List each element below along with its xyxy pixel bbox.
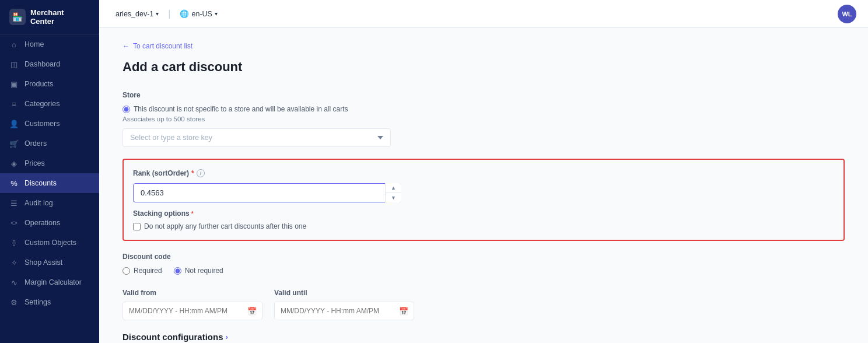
sidebar-item-categories[interactable]: ≡ Categories bbox=[0, 94, 99, 114]
sidebar-item-label: Custom Objects bbox=[24, 239, 76, 247]
sidebar-item-label: Categories bbox=[24, 100, 60, 108]
sidebar-item-label: Customers bbox=[24, 120, 60, 128]
sidebar-item-shop-assist[interactable]: ✧ Shop Assist bbox=[0, 253, 99, 272]
sidebar-item-label: Products bbox=[24, 80, 53, 88]
valid-from-input-wrapper: 📅 bbox=[123, 302, 262, 320]
sidebar-item-operations[interactable]: <> Operations bbox=[0, 213, 99, 233]
operations-icon: <> bbox=[9, 218, 19, 228]
rank-info-icon[interactable]: i bbox=[197, 169, 205, 177]
dashboard-icon: ◫ bbox=[9, 60, 19, 69]
locale-label: en-US bbox=[191, 10, 212, 18]
sidebar-item-home[interactable]: ⌂ Home bbox=[0, 34, 99, 54]
rank-decrement-button[interactable]: ▼ bbox=[386, 193, 401, 202]
shop-assist-icon: ✧ bbox=[9, 258, 19, 267]
stacking-required-marker: * bbox=[191, 211, 194, 217]
discount-code-not-required-option[interactable]: Not required bbox=[174, 267, 223, 275]
content-area: ← To cart discount list Add a cart disco… bbox=[99, 28, 868, 343]
discount-code-required-option[interactable]: Required bbox=[123, 267, 162, 275]
rank-spinners: ▲ ▼ bbox=[385, 183, 401, 202]
valid-until-input-wrapper: 📅 bbox=[274, 302, 414, 320]
globe-icon: 🌐 bbox=[180, 9, 189, 18]
stacking-checkbox[interactable] bbox=[133, 223, 141, 230]
main-area: aries_dev-1 ▾ | 🌐 en-US ▾ WL ← To cart d… bbox=[99, 0, 868, 343]
store-radio-input[interactable] bbox=[123, 106, 130, 113]
sidebar-item-label: Dashboard bbox=[24, 60, 60, 68]
topbar-left: aries_dev-1 ▾ | 🌐 en-US ▾ bbox=[111, 7, 222, 20]
sidebar-item-label: Prices bbox=[24, 159, 45, 167]
project-selector[interactable]: aries_dev-1 ▾ bbox=[111, 8, 163, 20]
store-label: Store bbox=[123, 91, 845, 99]
prices-icon: ◈ bbox=[9, 159, 19, 168]
discount-configurations-title: Discount configurations › bbox=[123, 332, 845, 342]
page-title: Add a cart discount bbox=[123, 60, 845, 75]
valid-until-input[interactable] bbox=[274, 302, 414, 320]
discounts-icon: % bbox=[9, 178, 19, 188]
sidebar-item-audit-log[interactable]: ☰ Audit log bbox=[0, 193, 99, 213]
locale-chevron-icon: ▾ bbox=[215, 10, 218, 17]
sidebar-item-products[interactable]: ▣ Products bbox=[0, 74, 99, 94]
store-select-wrapper: Select or type a store key bbox=[123, 128, 391, 147]
discount-code-options: Required Not required bbox=[123, 267, 845, 277]
store-section: Store This discount is not specific to a… bbox=[123, 91, 845, 147]
sidebar-item-label: Discounts bbox=[24, 179, 57, 187]
discount-code-required-radio[interactable] bbox=[123, 267, 130, 275]
audit-log-icon: ☰ bbox=[9, 198, 19, 208]
rank-required-marker: * bbox=[191, 169, 194, 177]
project-name: aries_dev-1 bbox=[116, 10, 153, 18]
sidebar-item-discounts[interactable]: % Discounts bbox=[0, 173, 99, 193]
sidebar-item-margin-calculator[interactable]: ∿ Margin Calculator bbox=[0, 272, 99, 292]
store-sublabel: Associates up to 500 stores bbox=[123, 116, 845, 123]
discount-code-required-label: Required bbox=[134, 267, 162, 275]
sidebar-item-label: Home bbox=[24, 40, 44, 48]
sidebar-logo-label: Merchant Center bbox=[30, 8, 90, 26]
stacking-checkbox-option[interactable]: Do not apply any further cart discounts … bbox=[133, 222, 834, 230]
discount-configurations-arrow-icon: › bbox=[226, 332, 228, 341]
sidebar-item-custom-objects[interactable]: {} Custom Objects bbox=[0, 233, 99, 253]
valid-from-input[interactable] bbox=[123, 302, 262, 320]
discount-code-label: Discount code bbox=[123, 253, 845, 261]
customers-icon: 👤 bbox=[9, 119, 19, 128]
rank-input[interactable] bbox=[133, 183, 401, 202]
orders-icon: 🛒 bbox=[9, 139, 19, 148]
sidebar-item-settings[interactable]: ⚙ Settings bbox=[0, 292, 99, 312]
breadcrumb-arrow-icon: ← bbox=[123, 42, 130, 50]
store-radio-all-carts[interactable]: This discount is not specific to a store… bbox=[123, 105, 845, 113]
sidebar-item-orders[interactable]: 🛒 Orders bbox=[0, 134, 99, 153]
products-icon: ▣ bbox=[9, 79, 19, 89]
rank-label: Rank (sortOrder) * i bbox=[133, 169, 834, 177]
locale-selector[interactable]: 🌐 en-US ▾ bbox=[175, 7, 222, 20]
categories-icon: ≡ bbox=[9, 99, 19, 108]
discount-code-not-required-label: Not required bbox=[185, 267, 223, 275]
topbar-divider: | bbox=[168, 9, 170, 19]
sidebar-item-customers[interactable]: 👤 Customers bbox=[0, 114, 99, 134]
discount-code-not-required-radio[interactable] bbox=[174, 267, 181, 275]
sidebar-item-label: Audit log bbox=[24, 199, 53, 207]
discount-code-section: Discount code Required Not required bbox=[123, 253, 845, 277]
store-select[interactable]: Select or type a store key bbox=[123, 128, 391, 147]
topbar: aries_dev-1 ▾ | 🌐 en-US ▾ WL bbox=[99, 0, 868, 28]
sidebar-item-label: Operations bbox=[24, 219, 60, 227]
rank-input-wrapper: ▲ ▼ bbox=[133, 183, 401, 202]
sidebar-logo[interactable]: 🏪 Merchant Center bbox=[0, 0, 99, 34]
rank-section: Rank (sortOrder) * i ▲ ▼ Stacking option… bbox=[123, 159, 845, 241]
settings-icon: ⚙ bbox=[9, 298, 19, 307]
sidebar-item-label: Settings bbox=[24, 298, 51, 306]
valid-from-group: Valid from 📅 bbox=[123, 289, 262, 320]
valid-from-label: Valid from bbox=[123, 289, 262, 297]
stacking-label-text: Stacking options bbox=[133, 209, 190, 218]
valid-until-group: Valid until 📅 bbox=[274, 289, 414, 320]
sidebar-item-dashboard[interactable]: ◫ Dashboard bbox=[0, 54, 99, 74]
sidebar-item-prices[interactable]: ◈ Prices bbox=[0, 153, 99, 173]
user-avatar[interactable]: WL bbox=[838, 5, 856, 23]
sidebar-item-label: Margin Calculator bbox=[24, 278, 82, 286]
stacking-checkbox-label: Do not apply any further cart discounts … bbox=[144, 222, 306, 230]
breadcrumb-label: To cart discount list bbox=[133, 42, 192, 50]
stacking-label: Stacking options * bbox=[133, 209, 834, 218]
margin-calculator-icon: ∿ bbox=[9, 278, 19, 287]
valid-until-label: Valid until bbox=[274, 289, 414, 297]
breadcrumb[interactable]: ← To cart discount list bbox=[123, 42, 845, 50]
discount-configurations-title-text: Discount configurations bbox=[123, 332, 223, 342]
sidebar: 🏪 Merchant Center ⌂ Home ◫ Dashboard ▣ P… bbox=[0, 0, 99, 343]
merchant-center-logo-icon: 🏪 bbox=[9, 9, 26, 25]
rank-increment-button[interactable]: ▲ bbox=[386, 183, 401, 193]
